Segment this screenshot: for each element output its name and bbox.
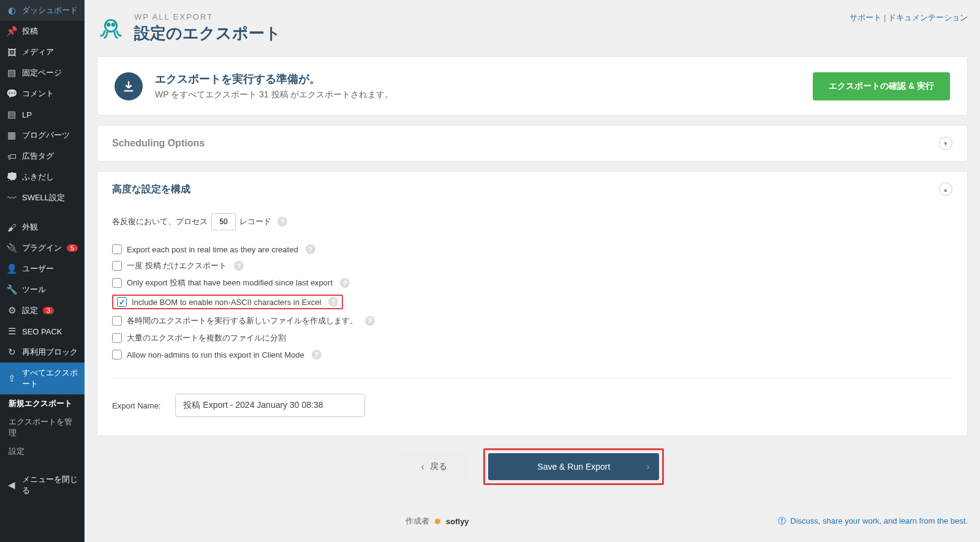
save-run-highlight: Save & Run Export › <box>483 448 664 485</box>
only-once-checkbox[interactable] <box>112 261 122 271</box>
sidebar-item-label: 投稿 <box>22 26 38 37</box>
dashboard-icon: ◐ <box>6 5 17 16</box>
tool-icon: 🔧 <box>6 284 17 295</box>
sidebar-item-label: SEO PACK <box>22 327 62 336</box>
sidebar-item-label: コメント <box>22 88 54 99</box>
checkbox-label: 各時間のエクスポートを実行する新しいファイルを作成します。 <box>127 315 358 326</box>
back-button-label: 戻る <box>430 461 447 472</box>
tag-icon: 🏷 <box>6 151 17 162</box>
discuss-link[interactable]: Discuss, share your work, and learn from… <box>790 516 968 525</box>
back-button[interactable]: ‹ 戻る <box>401 453 469 481</box>
sidebar-item-label: ダッシュボード <box>22 5 78 16</box>
iteration-label-post: レコード <box>239 216 271 227</box>
help-icon[interactable]: ? <box>306 244 315 254</box>
sidebar-sub-settings[interactable]: 設定 <box>0 442 85 461</box>
sidebar-item-label: すべてエクスポート <box>22 367 78 390</box>
sidebar-item-reuseblock[interactable]: ↻再利用ブロック <box>0 342 85 363</box>
sidebar-item-adtag[interactable]: 🏷広告タグ <box>0 146 85 167</box>
save-run-label: Save & Run Export <box>537 462 610 472</box>
checkbox-label: 一度 投稿 だけエクスポート <box>127 260 227 271</box>
sidebar-item-swell[interactable]: 〰SWELL設定 <box>0 187 85 208</box>
help-icon[interactable]: ? <box>365 316 375 326</box>
sidebar-item-plugins[interactable]: 🔌プラグイン5 <box>0 238 85 258</box>
main-content: WP ALL EXPORT 設定のエクスポート サポート | ドキュメンテーショ… <box>85 0 980 542</box>
advanced-panel-title: 高度な設定を構成 <box>112 183 190 196</box>
pin-icon: 📌 <box>6 26 17 37</box>
sidebar-item-label: メディア <box>22 47 54 58</box>
sidebar-item-tools[interactable]: 🔧ツール <box>0 279 85 300</box>
checkbox-label: Export each post in real time as they ar… <box>127 245 298 254</box>
split-large-export-checkbox[interactable] <box>112 333 122 343</box>
brush-icon: 🖌 <box>6 222 17 233</box>
sidebar-item-label: LP <box>22 110 32 119</box>
sidebar-item-label: ふきだし <box>22 171 54 183</box>
collapse-icon: ◀ <box>6 480 17 491</box>
sidebar-collapse[interactable]: ◀メニューを閉じる <box>0 469 85 501</box>
admin-sidebar: ◐ダッシュボード 📌投稿 🖼メディア ▤固定ページ 💬コメント ▤LP ▦ブログ… <box>0 0 85 542</box>
records-per-iteration-input[interactable] <box>211 213 236 230</box>
sidebar-item-users[interactable]: 👤ユーザー <box>0 258 85 279</box>
iteration-label-pre: 各反復において、プロセス <box>112 216 208 227</box>
new-file-each-run-checkbox[interactable] <box>112 316 122 326</box>
sidebar-sub-new-export[interactable]: 新規エクスポート <box>0 394 85 413</box>
realtime-export-checkbox[interactable] <box>112 244 122 254</box>
update-badge: 5 <box>67 244 78 252</box>
facebook-icon: ⓕ <box>778 516 786 525</box>
bom-highlight: Include BOM to enable non-ASCII characte… <box>112 295 343 309</box>
sidebar-item-appearance[interactable]: 🖌外観 <box>0 217 85 238</box>
advanced-panel-toggle[interactable]: 高度な設定を構成 ▴ <box>97 171 967 207</box>
support-link[interactable]: サポート <box>850 13 881 22</box>
svg-point-0 <box>105 20 116 32</box>
chevron-down-icon: ▾ <box>939 137 952 150</box>
sidebar-item-label: 再利用ブロック <box>22 347 78 358</box>
svg-point-1 <box>107 23 110 26</box>
help-icon[interactable]: ? <box>340 278 350 288</box>
help-icon[interactable]: ? <box>312 350 322 359</box>
allow-non-admin-checkbox[interactable] <box>112 350 122 359</box>
sidebar-item-fukidashi[interactable]: 💭ふきだし <box>0 167 85 187</box>
plugin-icon: 🔌 <box>6 243 17 254</box>
export-name-label: Export Name: <box>112 401 160 410</box>
checkbox-label: Include BOM to enable non-ASCII characte… <box>132 298 321 307</box>
sidebar-sub-manage-exports[interactable]: エクスポートを管理 <box>0 413 85 442</box>
sidebar-item-comments[interactable]: 💬コメント <box>0 83 85 104</box>
update-badge: 3 <box>43 307 54 314</box>
sidebar-item-allexport[interactable]: ⇪すべてエクスポート <box>0 363 85 394</box>
header-links: サポート | ドキュメンテーション <box>850 12 968 23</box>
scheduling-panel-toggle[interactable]: Scheduling Options ▾ <box>97 126 967 161</box>
help-icon[interactable]: ? <box>328 297 338 307</box>
sidebar-item-pages[interactable]: ▤固定ページ <box>0 62 85 83</box>
sidebar-item-settings[interactable]: ⚙設定3 <box>0 300 85 321</box>
documentation-link[interactable]: ドキュメンテーション <box>888 13 968 22</box>
download-icon <box>115 72 143 100</box>
comment-icon: 💬 <box>6 88 17 99</box>
export-name-input[interactable] <box>175 394 365 417</box>
include-bom-checkbox[interactable] <box>117 297 127 307</box>
creator-credit: 作成者 ❃ soflyy <box>405 516 469 527</box>
chevron-right-icon: › <box>647 462 650 472</box>
scheduling-panel: Scheduling Options ▾ <box>97 125 968 162</box>
sidebar-item-seopack[interactable]: ☰SEO PACK <box>0 321 85 342</box>
sidebar-item-posts[interactable]: 📌投稿 <box>0 21 85 42</box>
help-icon[interactable]: ? <box>277 217 287 227</box>
sidebar-item-media[interactable]: 🖼メディア <box>0 42 85 62</box>
confirm-run-export-button[interactable]: エクスポートの確認 & 実行 <box>813 72 950 100</box>
advanced-panel: 高度な設定を構成 ▴ 各反復において、プロセス レコード ? Export ea… <box>97 171 968 436</box>
modified-only-checkbox[interactable] <box>112 278 122 288</box>
checkbox-label: 大量のエクスポートを複数のファイルに分割 <box>127 333 286 344</box>
seo-icon: ☰ <box>6 326 17 337</box>
wpallexport-logo-icon <box>97 14 125 42</box>
sidebar-item-label: 設定 <box>22 305 38 316</box>
ready-desc: WP をすべてエクスポート 31 投稿 がエクスポートされます。 <box>155 89 393 100</box>
sidebar-item-label: ツール <box>22 284 46 295</box>
sidebar-item-dashboard[interactable]: ◐ダッシュボード <box>0 0 85 21</box>
sidebar-item-lp[interactable]: ▤LP <box>0 104 85 125</box>
page-title: 設定のエクスポート <box>134 23 281 44</box>
save-run-export-button[interactable]: Save & Run Export › <box>488 453 659 480</box>
sidebar-item-blogparts[interactable]: ▦ブログパーツ <box>0 125 85 146</box>
help-icon[interactable]: ? <box>234 261 244 271</box>
export-icon: ⇪ <box>6 373 17 384</box>
ready-card: エクスポートを実行する準備が。 WP をすべてエクスポート 31 投稿 がエクス… <box>97 56 968 116</box>
page-icon: ▤ <box>6 109 17 120</box>
user-icon: 👤 <box>6 263 17 274</box>
